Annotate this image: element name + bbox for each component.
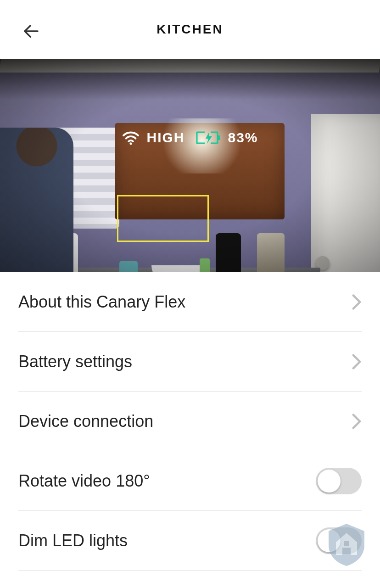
video-hud: HIGH 83% bbox=[0, 130, 380, 146]
settings-row-label: Device connection bbox=[18, 412, 153, 431]
settings-row-about[interactable]: About this Canary Flex bbox=[18, 272, 362, 332]
header: KITCHEN bbox=[0, 0, 380, 59]
chevron-right-icon bbox=[352, 413, 362, 430]
camera-preview[interactable]: HIGH 83% Add mask bbox=[0, 59, 380, 272]
house-shield-watermark-icon bbox=[326, 521, 367, 567]
wifi-strength-label: HIGH bbox=[146, 130, 184, 146]
svg-marker-3 bbox=[206, 132, 212, 144]
svg-rect-2 bbox=[218, 135, 220, 140]
wifi-icon bbox=[122, 130, 140, 145]
battery-percent-label: 83% bbox=[228, 130, 258, 146]
page-title: KITCHEN bbox=[0, 22, 380, 37]
svg-rect-4 bbox=[344, 541, 349, 546]
settings-row-label: About this Canary Flex bbox=[18, 292, 185, 312]
mask-selection-rect[interactable] bbox=[117, 195, 209, 242]
battery-charging-icon bbox=[196, 131, 221, 145]
settings-row-connection[interactable]: Device connection bbox=[18, 392, 362, 451]
settings-row-rotate: Rotate video 180° bbox=[18, 451, 362, 511]
chevron-right-icon bbox=[352, 294, 362, 310]
settings-row-battery[interactable]: Battery settings bbox=[18, 332, 362, 392]
svg-point-1 bbox=[130, 142, 132, 145]
settings-row-dim: Dim LED lights bbox=[18, 511, 362, 571]
back-button[interactable] bbox=[20, 20, 42, 42]
rotate-video-toggle[interactable] bbox=[316, 468, 362, 494]
toggle-knob bbox=[318, 470, 341, 493]
battery-status: 83% bbox=[196, 130, 258, 146]
settings-row-label: Battery settings bbox=[18, 352, 132, 371]
settings-row-label: Rotate video 180° bbox=[18, 471, 150, 491]
wifi-status: HIGH bbox=[122, 130, 184, 146]
chevron-right-icon bbox=[352, 353, 362, 370]
settings-list: About this Canary Flex Battery settings … bbox=[0, 272, 380, 571]
arrow-left-icon bbox=[22, 22, 41, 41]
settings-row-label: Dim LED lights bbox=[18, 531, 128, 550]
